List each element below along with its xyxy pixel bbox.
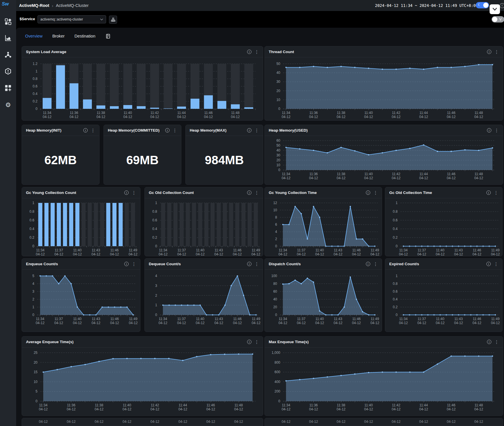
chart-heap_used[interactable]: 010203040506011:3404-1211:3604-1211:3804… (265, 136, 503, 184)
svg-text:04-12: 04-12 (129, 252, 138, 256)
svg-text:04-12: 04-12 (447, 420, 456, 424)
svg-text:04-12: 04-12 (282, 407, 291, 411)
partial-axis-labels: 04-1204-1204-1204-1204-1204-1204-1204-12 (22, 418, 263, 426)
time-range[interactable]: 2024-04-12 11:34 ~ 2024-04-12 11:49 UTC+… (375, 0, 476, 11)
svg-text:04-12: 04-12 (196, 252, 205, 256)
more-options-icon[interactable]: ⋮ (373, 261, 378, 267)
topology-icon[interactable] (5, 51, 12, 58)
info-icon[interactable]: i (247, 190, 251, 195)
theme-toggle[interactable]: ☾ (476, 2, 489, 8)
svg-text:0: 0 (35, 399, 37, 403)
svg-text:0.2: 0.2 (33, 99, 37, 103)
service-select[interactable]: activemq::activemq-cluster (37, 15, 106, 23)
more-options-icon[interactable]: ⋮ (173, 128, 177, 133)
card-heap_used: Heap Memory(USED)i⋮010203040506011:3404-… (264, 125, 503, 185)
info-icon[interactable]: i (486, 190, 491, 195)
chart-gc_young_time[interactable]: 02468101211:3404-1211:3704-1211:4004-121… (265, 198, 382, 256)
app-root: Sw ⚙ ActiveMQ-Root › ActiveMQ-Cluster 20… (0, 0, 504, 426)
marketplace-icon[interactable] (5, 85, 12, 91)
more-options-icon[interactable]: ⋮ (132, 261, 136, 267)
chart-dispatch[interactable]: 02040608010011:3404-1211:3704-1211:4004-… (265, 270, 382, 332)
info-icon[interactable]: i (247, 340, 251, 344)
info-icon[interactable]: i (366, 262, 370, 266)
card-gc_old_count: Gc Old Collection Counti⋮00.20.40.60.811… (144, 187, 263, 256)
svg-text:2: 2 (155, 294, 157, 298)
svg-text:04-12: 04-12 (282, 115, 291, 119)
svg-text:11:34: 11:34 (279, 317, 287, 321)
more-options-icon[interactable]: ⋮ (494, 261, 498, 267)
svg-text:04-12: 04-12 (129, 321, 138, 325)
svg-text:11:36: 11:36 (70, 111, 78, 115)
more-options-icon[interactable]: ⋮ (91, 128, 95, 133)
chart-gc_old_time[interactable]: 00.20.40.60.8111:3404-1211:3704-1211:400… (385, 198, 502, 256)
chart-thread_count[interactable]: 0102030405011:3404-1211:3604-1211:3804-1… (265, 57, 503, 120)
more-options-icon[interactable]: ⋮ (373, 190, 378, 195)
dashboards-icon[interactable] (5, 18, 12, 25)
svg-text:04-12: 04-12 (36, 321, 45, 325)
breadcrumb-current[interactable]: ActiveMQ-Cluster (56, 3, 89, 8)
metrics-icon[interactable] (5, 35, 12, 42)
info-icon[interactable]: i (487, 50, 491, 54)
chart-enqueue[interactable]: 01234511:3404-1211:3704-1211:4004-1211:4… (22, 270, 140, 332)
theme-toggle-knob[interactable] (483, 3, 488, 8)
chart-gc_young_count[interactable]: 00.20.40.60.8111:3404-1211:3704-1211:400… (22, 198, 140, 256)
more-options-icon[interactable]: ⋮ (255, 128, 259, 133)
svg-text:04-12: 04-12 (315, 321, 324, 325)
more-options-icon[interactable]: ⋮ (255, 339, 259, 345)
chart-gc_old_count[interactable]: 00.20.40.60.8111:3404-1211:3704-1211:400… (145, 198, 263, 256)
chart-expired[interactable]: 00.20.40.60.8111:3404-1211:3704-1211:400… (385, 270, 502, 332)
version-toggle-label: V (499, 17, 502, 21)
info-icon[interactable]: i (83, 128, 88, 132)
time-range-value[interactable]: 2024-04-12 11:34 ~ 2024-04-12 11:49 (375, 3, 457, 8)
info-icon[interactable]: i (247, 262, 251, 266)
info-icon[interactable]: i (165, 128, 170, 132)
version-toggle[interactable]: V (492, 16, 504, 23)
chart-avg_enqueue_time[interactable]: 051015202511:3404-1211:3604-1211:3804-12… (22, 347, 263, 416)
svg-text:11:46: 11:46 (447, 403, 455, 407)
chart-dequeue[interactable]: 0123411:3404-1211:3704-1211:4004-1211:43… (145, 270, 263, 332)
card-title-enqueue: Enqueue Count/s (26, 262, 124, 266)
info-icon[interactable]: i (124, 262, 129, 266)
alarms-icon[interactable] (5, 68, 12, 75)
info-icon[interactable]: i (487, 340, 491, 344)
info-icon[interactable]: i (247, 50, 251, 54)
more-options-icon[interactable]: ⋮ (494, 128, 499, 133)
svg-text:11:43: 11:43 (92, 248, 100, 252)
info-icon[interactable]: i (486, 262, 491, 266)
service-label: $Service (20, 17, 35, 21)
info-icon[interactable]: i (366, 190, 370, 195)
svg-text:04-12: 04-12 (39, 420, 48, 424)
more-options-icon[interactable]: ⋮ (255, 261, 259, 267)
tab-overview[interactable]: Overview (25, 34, 42, 38)
more-options-icon[interactable]: ⋮ (494, 49, 499, 55)
service-topology-button[interactable] (109, 16, 117, 24)
collapse-toolbar-button[interactable] (490, 4, 500, 14)
header-info-icon[interactable]: i (500, 3, 504, 8)
breadcrumb-root[interactable]: ActiveMQ-Root (19, 3, 49, 8)
info-icon[interactable]: i (124, 190, 129, 195)
dashboard-list-icon[interactable] (105, 33, 111, 39)
chart-system_load[interactable]: 00.20.40.60.811.211:3404-1211:3604-1211:… (22, 57, 263, 120)
svg-text:0: 0 (32, 244, 34, 248)
svg-text:04-12: 04-12 (315, 252, 324, 256)
svg-text:0.6: 0.6 (393, 218, 398, 222)
skywalking-logo[interactable]: Sw (2, 1, 9, 7)
more-options-icon[interactable]: ⋮ (494, 339, 499, 345)
info-icon[interactable]: i (487, 128, 491, 132)
more-options-icon[interactable]: ⋮ (494, 190, 498, 195)
svg-text:12: 12 (273, 201, 277, 205)
more-options-icon[interactable]: ⋮ (132, 190, 136, 195)
svg-text:04-12: 04-12 (39, 407, 48, 411)
tab-broker[interactable]: Broker (52, 34, 65, 38)
info-icon[interactable]: i (247, 128, 251, 132)
svg-text:11:38: 11:38 (337, 111, 345, 115)
tab-destination[interactable]: Destination (74, 34, 95, 38)
svg-text:11:43: 11:43 (454, 317, 463, 321)
more-options-icon[interactable]: ⋮ (255, 49, 259, 55)
version-toggle-knob[interactable] (492, 17, 497, 22)
card-heap_max: Heap Memory(MAX)i⋮984MB (185, 125, 263, 185)
settings-icon[interactable]: ⚙ (5, 102, 12, 109)
chart-max_enqueue_time[interactable]: 02004006008001,00011:3404-1211:3604-1211… (265, 347, 503, 416)
more-options-icon[interactable]: ⋮ (255, 190, 259, 195)
svg-text:11:36: 11:36 (309, 111, 318, 115)
